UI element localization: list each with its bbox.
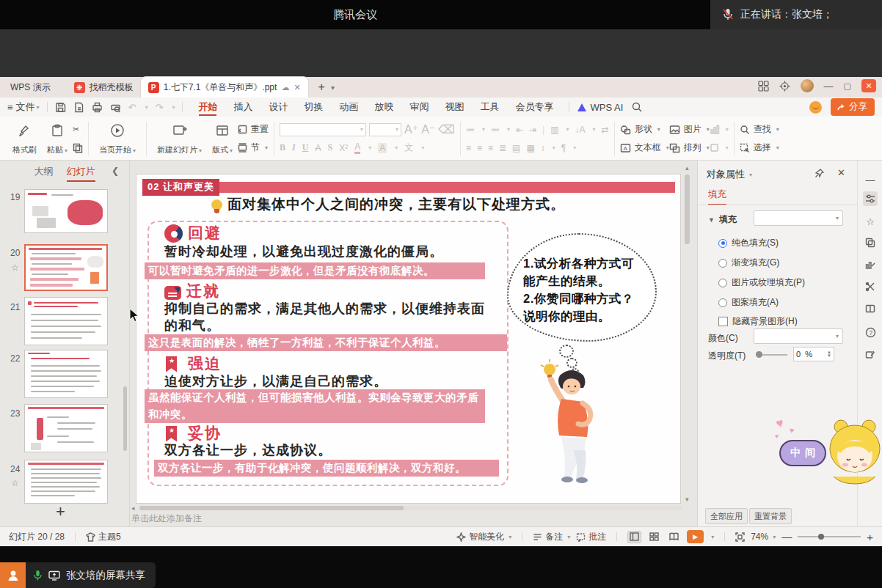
collapse-panel-icon[interactable]: ❮ — [112, 166, 119, 176]
italic-button[interactable]: I — [292, 142, 296, 153]
menu-animation[interactable]: 动画 — [331, 98, 366, 117]
vertical-scrollbar[interactable] — [685, 174, 690, 244]
play-options-dropdown-icon[interactable]: ▾ — [711, 534, 714, 540]
cut-button[interactable]: ✂ — [73, 122, 83, 138]
textbox-button[interactable]: A 文本框▾ — [620, 140, 669, 156]
menu-tools[interactable]: 工具 — [472, 98, 507, 117]
fit-slide-button[interactable] — [735, 532, 745, 542]
assistant-icon[interactable] — [809, 101, 822, 114]
custom-tools-icon[interactable] — [863, 348, 878, 362]
play-from-current-button[interactable]: 当页开始▾ — [94, 120, 141, 157]
paragraph-settings-button[interactable]: ¶ — [561, 143, 566, 153]
section-button[interactable]: 节▾ — [238, 140, 269, 156]
print-preview-icon[interactable] — [110, 102, 121, 113]
paste-button[interactable]: 粘贴▾ — [42, 120, 73, 157]
reading-view-button[interactable] — [667, 531, 681, 543]
find-button[interactable]: 查找▾ — [740, 122, 779, 138]
underline-button[interactable]: U — [302, 142, 309, 153]
shapes-button[interactable]: 形状▾ — [620, 122, 669, 138]
chart-edit-icon[interactable] — [863, 257, 878, 272]
slideshow-play-button[interactable]: ▶ — [687, 530, 704, 543]
menu-design[interactable]: 设计 — [260, 98, 296, 117]
pattern-fill-radio[interactable]: 图案填充(A) — [718, 296, 779, 309]
arrange-button[interactable]: 排列▾ — [669, 140, 710, 156]
close-button[interactable]: ✕ — [861, 79, 876, 92]
menu-insert[interactable]: 插入 — [225, 98, 260, 117]
hide-background-checkbox[interactable]: 隐藏背景图形(H) — [718, 315, 798, 328]
tab-document-active[interactable]: P 1.七下7.1《单音与和声》.ppt ☁ ✕ — [141, 77, 308, 98]
spinner-arrows-icon[interactable]: ▲▼ — [827, 350, 831, 358]
transparency-slider-track[interactable] — [758, 354, 787, 356]
font-family-combo[interactable]: ▾ — [280, 123, 366, 136]
scroll-left-icon[interactable]: ◂ — [131, 504, 135, 512]
align-right-button[interactable]: ≡ — [488, 143, 493, 153]
distribute-button[interactable]: ▤ — [512, 143, 520, 153]
file-menu[interactable]: 文件 — [16, 100, 35, 114]
slide-layout-button[interactable]: 版式▾ — [207, 120, 238, 157]
superscript-button[interactable]: X² — [339, 143, 348, 153]
font-size-combo[interactable]: ▾ — [369, 123, 401, 136]
highlight-color-button[interactable]: A — [378, 143, 387, 153]
normal-view-button[interactable] — [627, 531, 641, 543]
new-tab-button[interactable]: + — [318, 81, 325, 94]
bold-button[interactable]: B — [280, 142, 285, 153]
color-combo[interactable]: ▾ — [754, 328, 843, 344]
menu-transition[interactable]: 切换 — [296, 98, 331, 117]
align-left-button[interactable]: ≡ — [466, 143, 471, 153]
font-color-button[interactable]: A — [354, 142, 360, 154]
wps-ai-menu[interactable]: WPS AI — [590, 102, 623, 113]
shadow-button[interactable]: S — [327, 142, 332, 153]
outline-tab[interactable]: 大纲 — [34, 165, 54, 178]
menu-member[interactable]: 会员专享 — [507, 98, 561, 117]
copy-button[interactable] — [73, 140, 83, 156]
screen-share-indicator[interactable]: 张文培的屏幕共享 — [0, 562, 156, 588]
redo-icon[interactable]: ↷ — [156, 102, 164, 113]
add-slide-button[interactable]: + — [56, 502, 65, 521]
notes-placeholder[interactable]: 单击此处添加备注 — [131, 512, 202, 525]
menu-view[interactable]: 视图 — [437, 98, 472, 117]
hide-strip-icon[interactable]: — — [863, 172, 878, 187]
notes-button[interactable]: 备注▾ — [533, 531, 570, 543]
theme-button[interactable]: 主题5 — [86, 531, 121, 543]
minimize-button[interactable]: — — [824, 81, 834, 92]
decrease-indent-button[interactable]: ⇤ — [516, 125, 523, 135]
increase-font-icon[interactable]: A⁺ — [404, 122, 418, 136]
line-spacing-button[interactable]: ↕ — [541, 143, 545, 153]
crop-tool-icon[interactable] — [863, 279, 878, 294]
scroll-down-icon[interactable]: ▾ — [685, 496, 689, 503]
settings-gear-icon[interactable] — [779, 81, 790, 92]
zoom-level[interactable]: 74%▾ — [751, 532, 776, 542]
transparency-value-input[interactable]: 0 % ▲▼ — [793, 347, 834, 361]
menu-slideshow[interactable]: 放映 — [366, 98, 401, 117]
zoom-out-button[interactable]: — — [781, 531, 792, 543]
search-icon[interactable] — [632, 102, 642, 112]
workbench-icon[interactable] — [758, 81, 769, 92]
text-direction-button[interactable]: ↓A — [575, 125, 586, 135]
scroll-up-icon[interactable]: ▴ — [685, 164, 689, 172]
slide-23-thumbnail[interactable] — [24, 404, 108, 452]
smart-beautify-button[interactable]: 智能美化▾ — [456, 531, 511, 543]
clear-format-icon[interactable]: ⌫ — [438, 122, 455, 136]
fill-tab[interactable]: 填充 — [708, 188, 726, 205]
user-avatar[interactable] — [801, 79, 814, 92]
print-icon[interactable] — [92, 102, 103, 113]
text-effects-button[interactable]: 文 — [404, 142, 413, 154]
slide-sorter-view-button[interactable] — [647, 531, 661, 543]
panel-title[interactable]: 对象属性 — [707, 168, 745, 181]
columns-button[interactable]: ▥ — [550, 125, 558, 135]
zoom-slider-handle[interactable] — [818, 534, 824, 540]
export-icon[interactable] — [73, 102, 84, 113]
format-painter-button[interactable]: 格式刷 — [7, 120, 42, 157]
reading-pane-icon[interactable] — [863, 301, 878, 316]
zoom-slider-track[interactable] — [798, 536, 861, 537]
zoom-in-button[interactable]: + — [867, 531, 873, 543]
picture-texture-fill-radio[interactable]: 图片或纹理填充(P) — [718, 276, 805, 289]
shrink-text-button[interactable]: ▦ — [526, 143, 534, 153]
new-slide-button[interactable]: 新建幻灯片▾ — [152, 120, 207, 157]
fill-section-header[interactable]: ▼ 填充 — [708, 213, 737, 226]
tab-list-dropdown-icon[interactable]: ▾ — [331, 84, 335, 92]
comments-button[interactable]: 批注 — [576, 531, 606, 543]
close-tab-icon[interactable]: ✕ — [294, 83, 300, 92]
wps-home-menu[interactable]: WPS 演示 — [10, 81, 51, 94]
gradient-fill-radio[interactable]: 渐变填充(G) — [718, 257, 779, 269]
